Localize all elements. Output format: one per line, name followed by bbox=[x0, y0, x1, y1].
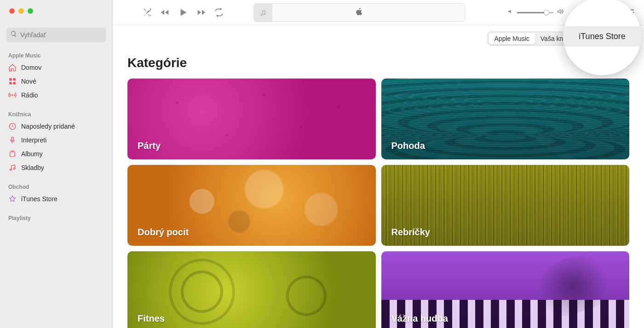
main-content: Apple Music Vaša knižnica iTunes Store K… bbox=[113, 0, 644, 328]
maximize-window-button[interactable] bbox=[28, 8, 33, 14]
window-controls bbox=[0, 0, 112, 14]
category-label: Vážna hudba bbox=[391, 313, 448, 324]
grid-icon bbox=[8, 77, 17, 85]
sidebar-item-label: Skladby bbox=[21, 164, 44, 171]
sidebar-item-interpreti[interactable]: Interpreti bbox=[4, 133, 109, 147]
category-card-vazna-hudba[interactable]: Vážna hudba bbox=[381, 251, 630, 328]
radio-icon bbox=[8, 91, 17, 99]
sidebar-item-label: Rádio bbox=[21, 91, 38, 99]
home-icon bbox=[8, 63, 17, 72]
magnifier-text: iTunes Store bbox=[579, 32, 625, 41]
sidebar-item-radio[interactable]: Rádio bbox=[4, 88, 109, 102]
section-label-playlisty: Playlisty bbox=[0, 211, 112, 223]
clock-icon bbox=[8, 122, 17, 130]
svg-rect-7 bbox=[10, 152, 15, 157]
album-art-placeholder bbox=[254, 4, 272, 22]
sidebar-item-skladby[interactable]: Skladby bbox=[4, 161, 109, 175]
svg-point-8 bbox=[10, 169, 12, 170]
search-input[interactable] bbox=[20, 31, 102, 39]
category-card-dobry-pocit[interactable]: Dobrý pocit bbox=[127, 165, 376, 246]
tab-apple-music[interactable]: Apple Music bbox=[489, 33, 535, 44]
page-title: Kategórie bbox=[127, 56, 629, 70]
volume-control[interactable] bbox=[507, 8, 564, 17]
section-label-apple-music: Apple Music bbox=[0, 49, 112, 61]
volume-slider[interactable] bbox=[517, 12, 554, 13]
sidebar-item-domov[interactable]: Domov bbox=[4, 61, 109, 74]
star-icon bbox=[8, 195, 17, 203]
category-card-pohoda[interactable]: Pohoda bbox=[381, 79, 630, 159]
volume-low-icon bbox=[507, 8, 514, 17]
category-label: Párty bbox=[138, 141, 161, 151]
sidebar-item-label: Naposledy pridané bbox=[21, 123, 75, 130]
category-label: Dobrý pocit bbox=[138, 227, 189, 238]
toolbar bbox=[113, 0, 644, 25]
svg-point-4 bbox=[12, 95, 13, 96]
svg-rect-6 bbox=[12, 137, 14, 141]
category-label: Rebríčky bbox=[391, 227, 431, 238]
category-card-fitnes[interactable]: Fitnes bbox=[127, 251, 376, 328]
sidebar-item-label: Interpreti bbox=[21, 136, 46, 144]
sidebar-item-label: Albumy bbox=[21, 150, 43, 158]
svg-point-9 bbox=[13, 168, 15, 170]
sidebar-item-naposledy-pridane[interactable]: Naposledy pridané bbox=[4, 119, 109, 133]
category-label: Pohoda bbox=[391, 141, 425, 151]
svg-rect-1 bbox=[13, 78, 16, 80]
sidebar: Apple Music Domov Nové Rádio Knižnica Na… bbox=[0, 0, 113, 328]
minimize-window-button[interactable] bbox=[18, 8, 24, 14]
section-label-obchod: Obchod bbox=[0, 180, 112, 192]
music-note-icon bbox=[8, 164, 17, 172]
next-button[interactable] bbox=[196, 7, 207, 17]
svg-rect-0 bbox=[9, 78, 12, 80]
svg-rect-3 bbox=[13, 82, 16, 85]
album-icon bbox=[8, 150, 17, 158]
sidebar-item-label: Domov bbox=[21, 64, 41, 71]
category-label: Fitnes bbox=[138, 313, 165, 324]
svg-rect-2 bbox=[9, 82, 12, 85]
sidebar-item-nove[interactable]: Nové bbox=[4, 74, 109, 88]
category-card-party[interactable]: Párty bbox=[127, 79, 376, 159]
search-field[interactable] bbox=[6, 28, 106, 42]
search-icon bbox=[10, 30, 17, 40]
play-button[interactable] bbox=[177, 6, 189, 18]
close-window-button[interactable] bbox=[9, 8, 15, 14]
category-card-rebricky[interactable]: Rebríčky bbox=[381, 165, 630, 246]
sidebar-item-albumy[interactable]: Albumy bbox=[4, 147, 109, 161]
previous-button[interactable] bbox=[160, 7, 170, 17]
volume-high-icon bbox=[557, 8, 564, 17]
magnifier-callout: iTunes Store bbox=[563, 0, 641, 75]
microphone-icon bbox=[8, 136, 17, 144]
sidebar-item-label: iTunes Store bbox=[21, 195, 58, 203]
sidebar-item-label: Nové bbox=[21, 78, 36, 85]
sidebar-item-itunes-store[interactable]: iTunes Store bbox=[4, 192, 109, 206]
repeat-button[interactable] bbox=[214, 7, 224, 17]
section-label-kniznica: Knižnica bbox=[0, 107, 112, 119]
now-playing-display bbox=[253, 3, 465, 22]
apple-logo-icon bbox=[355, 7, 364, 18]
category-grid: Párty Pohoda Dobrý pocit Rebríčky Fitnes… bbox=[127, 79, 629, 328]
shuffle-button[interactable] bbox=[142, 7, 152, 17]
